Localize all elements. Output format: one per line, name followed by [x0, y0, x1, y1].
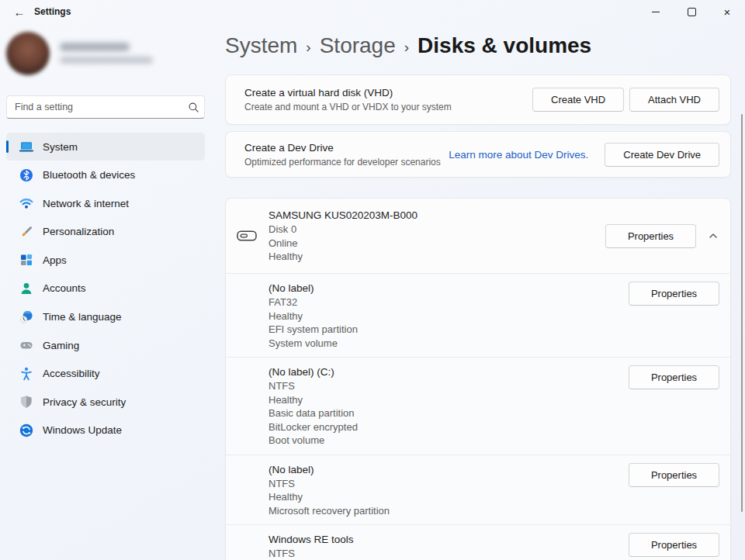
volume-row-recovery[interactable]: (No label) NTFS Healthy Microsoft recove…	[226, 455, 730, 525]
close-button[interactable]: ×	[709, 0, 745, 23]
volume-properties-button[interactable]: Properties	[629, 463, 719, 487]
apps-icon	[17, 252, 36, 268]
window-controls: ×	[638, 0, 745, 23]
sidebar-item-accessibility[interactable]: Accessibility	[6, 360, 205, 388]
sidebar-item-label: Accessibility	[43, 368, 100, 379]
network-icon	[17, 195, 36, 211]
breadcrumb-system[interactable]: System	[225, 33, 297, 58]
disk-header-row[interactable]: SAMSUNG KUS020203M-B000 Disk 0 Online He…	[226, 199, 730, 273]
volume-row-c[interactable]: (No label) (C:) NTFS Healthy Basic data …	[226, 357, 730, 455]
system-icon	[17, 139, 36, 154]
settings-window: ← Settings × System	[0, 0, 745, 560]
volume-detail: Basic data partition	[269, 406, 629, 420]
breadcrumb: System › Storage › Disks & volumes	[225, 33, 591, 58]
scrollbar-thumb[interactable]	[741, 114, 743, 512]
sidebar-item-system[interactable]: System	[6, 133, 205, 161]
dev-drive-card-text: Create a Dev Drive Optimized performance…	[244, 142, 449, 168]
disk-name: SAMSUNG KUS020203M-B000	[269, 209, 605, 223]
dev-drive-card-title: Create a Dev Drive	[244, 142, 449, 154]
avatar[interactable]	[6, 32, 50, 75]
volume-row-windows-re[interactable]: Windows RE tools NTFS Healthy Properties	[226, 524, 730, 560]
close-icon: ×	[724, 6, 731, 18]
chevron-right-icon: ›	[404, 39, 409, 56]
volume-name: Windows RE tools	[269, 533, 629, 547]
volume-properties-button[interactable]: Properties	[629, 533, 719, 557]
maximize-icon	[688, 8, 696, 16]
dev-drive-card-subtitle: Optimized performance for developer scen…	[244, 157, 449, 168]
sidebar-item-label: Privacy & security	[43, 396, 126, 408]
main-content: System › Storage › Disks & volumes Creat…	[225, 23, 731, 560]
volume-info: (No label) NTFS Healthy Microsoft recove…	[269, 455, 629, 525]
volume-row-efi[interactable]: (No label) FAT32 Healthy EFI system part…	[226, 273, 730, 357]
back-arrow-icon: ←	[14, 5, 26, 19]
search-box	[6, 95, 205, 119]
sidebar-item-time-language[interactable]: Time & language	[6, 303, 205, 331]
volume-properties-button[interactable]: Properties	[629, 365, 719, 389]
volume-name: (No label) (C:)	[269, 365, 629, 379]
volume-detail: System volume	[269, 337, 629, 351]
search-input[interactable]	[7, 102, 182, 112]
volume-detail: NTFS	[269, 379, 629, 393]
gaming-icon	[17, 337, 36, 353]
sidebar-item-privacy[interactable]: Privacy & security	[6, 388, 205, 416]
disk-card: SAMSUNG KUS020203M-B000 Disk 0 Online He…	[225, 198, 731, 560]
vhd-card-title: Create a virtual hard disk (VHD)	[244, 87, 532, 99]
disk-detail: Healthy	[269, 250, 605, 264]
chevron-up-icon[interactable]	[706, 230, 719, 243]
privacy-icon	[17, 394, 36, 410]
disk-properties-button[interactable]: Properties	[605, 224, 696, 248]
volume-name: (No label)	[269, 282, 629, 296]
volume-detail: FAT32	[269, 296, 629, 309]
vhd-card-text: Create a virtual hard disk (VHD) Create …	[244, 87, 532, 112]
volume-detail: BitLocker encrypted	[269, 420, 629, 434]
window-title: Settings	[34, 6, 71, 17]
attach-vhd-button[interactable]: Attach VHD	[629, 88, 719, 112]
volume-name: (No label)	[269, 463, 629, 477]
volume-info: Windows RE tools NTFS Healthy	[269, 525, 629, 560]
volume-detail: NTFS	[269, 547, 629, 560]
dev-drive-card: Create a Dev Drive Optimized performance…	[225, 131, 731, 178]
bluetooth-icon	[17, 168, 36, 183]
time-language-icon	[17, 309, 36, 325]
windows-update-icon	[17, 423, 36, 438]
chevron-right-icon: ›	[306, 39, 310, 56]
sidebar-item-network[interactable]: Network & internet	[6, 189, 205, 217]
accounts-icon	[17, 281, 36, 296]
disk-header-controls: Properties	[605, 224, 719, 248]
sidebar-item-label: Accounts	[43, 282, 86, 294]
volume-detail: Healthy	[269, 490, 629, 504]
search-icon[interactable]	[182, 102, 204, 113]
drive-icon	[237, 230, 257, 242]
disk-detail: Online	[269, 237, 605, 251]
create-dev-drive-button[interactable]: Create Dev Drive	[605, 143, 719, 167]
dev-drive-learn-more-link[interactable]: Learn more about Dev Drives.	[449, 149, 588, 161]
breadcrumb-storage[interactable]: Storage	[320, 33, 396, 58]
sidebar-item-label: Apps	[43, 254, 67, 266]
user-email-blurred	[60, 57, 153, 64]
maximize-button[interactable]	[674, 0, 709, 23]
volume-detail: NTFS	[269, 477, 629, 491]
volume-detail: EFI system partition	[269, 323, 629, 337]
volume-info: (No label) (C:) NTFS Healthy Basic data …	[269, 358, 629, 455]
volume-detail: Boot volume	[269, 434, 629, 448]
volume-detail: Healthy	[269, 309, 629, 323]
back-button[interactable]: ←	[9, 2, 29, 21]
sidebar: System Bluetooth & devices Network & int…	[0, 23, 217, 560]
sidebar-item-label: Time & language	[43, 311, 122, 323]
sidebar-item-label: System	[43, 141, 78, 153]
sidebar-item-personalization[interactable]: Personalization	[6, 218, 205, 246]
sidebar-item-apps[interactable]: Apps	[6, 246, 205, 274]
sidebar-item-bluetooth[interactable]: Bluetooth & devices	[6, 161, 205, 189]
disk-info: SAMSUNG KUS020203M-B000 Disk 0 Online He…	[269, 199, 605, 273]
personalization-icon	[17, 224, 36, 240]
volume-detail: Healthy	[269, 393, 629, 407]
sidebar-item-gaming[interactable]: Gaming	[6, 331, 205, 359]
sidebar-item-accounts[interactable]: Accounts	[6, 275, 205, 302]
vhd-card: Create a virtual hard disk (VHD) Create …	[225, 74, 731, 125]
volume-properties-button[interactable]: Properties	[629, 282, 719, 306]
sidebar-item-windows-update[interactable]: Windows Update	[6, 417, 205, 444]
sidebar-item-label: Gaming	[43, 340, 79, 351]
create-vhd-button[interactable]: Create VHD	[532, 88, 624, 112]
minimize-button[interactable]	[638, 0, 674, 23]
disk-detail: Disk 0	[269, 223, 605, 237]
